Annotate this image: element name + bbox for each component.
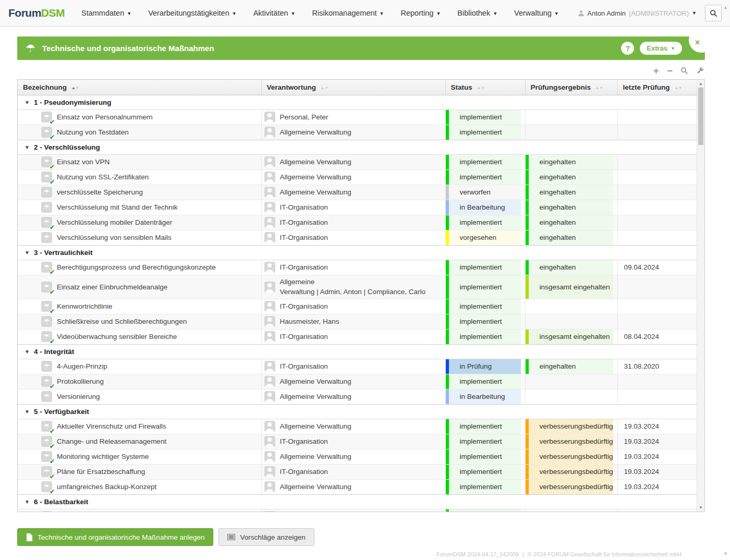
page-scroll-down-icon[interactable]: ▼	[723, 551, 728, 556]
result-cell: verbesserungsbedürftig	[526, 449, 617, 464]
table-row[interactable]: ☂✔ Aktueller Virenschutz und Firewalls A…	[18, 419, 697, 434]
result-cell: eingehalten	[526, 359, 617, 374]
result-label: eingehalten	[540, 362, 576, 370]
sort-asc-icon: ▲	[675, 86, 678, 90]
group-header-row[interactable]: ▼6 - Belastbarkeit	[18, 494, 697, 509]
measure-umbrella-icon: ☂✔	[41, 156, 52, 167]
last-check-date: 19.03.2024	[617, 464, 697, 479]
result-cell: verbesserungsbedürftig	[526, 434, 617, 449]
table-row[interactable]: ☂✔ Pläne für Ersatzbeschaffung IT-Organi…	[18, 464, 697, 479]
measure-name: Videoüberwachung sensibler Bereiche	[57, 333, 177, 340]
column-header-letzte-pruefung[interactable]: letzte Prüfung▲▼	[617, 80, 697, 95]
create-measure-button[interactable]: Technische und organisatorische Maßnahme…	[17, 528, 213, 546]
collapse-group-icon[interactable]: ▼	[25, 349, 30, 355]
show-suggestions-button[interactable]: Vorschläge anzeigen	[218, 528, 314, 546]
person-icon	[264, 331, 275, 342]
collapse-group-icon[interactable]: ▼	[25, 250, 30, 255]
scroll-down-icon[interactable]: ▼	[697, 505, 704, 510]
table-row[interactable]: ☂✔ Monitoring wichtiger Systeme Allgemei…	[18, 449, 697, 464]
collapse-group-icon[interactable]: ▼	[25, 409, 30, 415]
table-row[interactable]: ☂✔ Verschlüsselung mobiler Datenträger I…	[18, 215, 697, 230]
table-scrollbar[interactable]: ▲ ▼	[697, 80, 704, 512]
status-cell: implementiert	[446, 465, 525, 479]
result-cell: eingehalten	[526, 215, 617, 230]
status-label: in Bearbeitung	[460, 393, 505, 400]
table-row[interactable]: ☂✔ Einsatz von VPN Allgemeine Verwaltung…	[18, 154, 697, 169]
menu-risikomanagement[interactable]: Risikomanagement▼	[312, 9, 384, 17]
measures-table: Bezeichnung▲▼ Verantwortung▲▼ Status▲▼ P…	[17, 79, 705, 512]
measure-umbrella-icon: ☂✔	[41, 282, 52, 293]
status-cell: implementiert	[446, 260, 525, 275]
menu-reporting[interactable]: Reporting▼	[401, 9, 441, 17]
table-row[interactable]: ☂✔ Videoüberwachung sensibler Bereiche I…	[18, 329, 697, 344]
menu-aktivitaeten[interactable]: Aktivitäten▼	[253, 9, 296, 17]
measure-umbrella-icon: ☂✔	[41, 127, 52, 138]
group-header-row[interactable]: ▼5 - Verfügbarkeit	[18, 404, 697, 419]
last-check-date	[617, 374, 697, 389]
scroll-up-icon[interactable]: ▲	[697, 81, 704, 86]
table-row[interactable]: ☂✔ Schließkreise und Schließberechtigung…	[18, 314, 697, 329]
status-cell: implementiert	[446, 170, 525, 185]
expand-all-button[interactable]: +	[653, 66, 659, 76]
menu-verwaltung[interactable]: Verwaltung▼	[514, 9, 559, 17]
table-row[interactable]: ☂✔ Einsatz von Personalnummern Personal,…	[18, 109, 697, 125]
help-button[interactable]: ?	[621, 42, 634, 55]
table-row[interactable]: ☂✔ Nutzung von Testdaten Allgemeine Verw…	[18, 125, 697, 140]
group-header-row[interactable]: ▼1 - Pseudonymisierung	[18, 95, 697, 109]
table-search-button[interactable]	[680, 67, 688, 75]
group-header-row[interactable]: ▼3 - Vertraulichkeit	[18, 245, 697, 260]
column-header-verantwortung[interactable]: Verantwortung▲▼	[261, 80, 445, 95]
measure-name: Einsatz von VPN	[57, 158, 110, 166]
table-row[interactable]: ☂✔ Verschlüsselung von sensiblen Mails I…	[18, 230, 697, 245]
person-icon	[264, 481, 275, 492]
person-icon	[264, 217, 275, 228]
extras-button[interactable]: Extras▼	[640, 42, 682, 55]
collapse-group-icon[interactable]: ▼	[25, 144, 30, 150]
column-header-pruefungsergebnis[interactable]: Prüfungsergebnis▲▼	[525, 80, 617, 95]
status-cell: implementiert	[446, 330, 525, 344]
status-label: implementiert	[460, 218, 502, 226]
column-header-bezeichnung[interactable]: Bezeichnung▲▼	[18, 80, 261, 95]
last-check-date	[617, 299, 697, 314]
measure-name: Pläne für Ersatzbeschaffung	[57, 468, 145, 476]
implemented-check-icon: ✔	[50, 269, 55, 276]
copyright: © 2024 FORUM Gesellschaft für Informatio…	[528, 551, 682, 557]
group-header-row[interactable]: ▼2 - Verschlüsselung	[18, 140, 697, 154]
scrollbar-thumb[interactable]	[698, 88, 703, 145]
table-row[interactable]: ☂✔ Protokollierung Allgemeine Verwaltung…	[18, 374, 697, 389]
table-row[interactable]: ☂✔ Kennwortrichtlinie IT-Organisation im…	[18, 299, 697, 314]
measure-name: Monitoring wichtiger Systeme	[57, 453, 149, 460]
measure-umbrella-icon: ☂✔	[41, 202, 52, 213]
person-icon	[264, 421, 275, 432]
collapse-group-icon[interactable]: ▼	[25, 499, 30, 505]
table-row[interactable]: ☂✔ verschlüsselte Speicherung Allgemeine…	[18, 185, 697, 200]
status-label: implementiert	[460, 468, 502, 476]
table-row[interactable]: ☂✔ Change- und Releasemanagement IT-Orga…	[18, 434, 697, 449]
user-role: (ADMINISTRATOR)	[629, 9, 689, 17]
table-row[interactable]: ☂✔ Verschlüsselung mit Stand der Technik…	[18, 200, 697, 215]
menu-stammdaten[interactable]: Stammdaten▼	[81, 9, 131, 17]
chevron-down-icon: ▼	[380, 11, 384, 16]
collapse-group-icon[interactable]: ▼	[25, 100, 30, 105]
table-settings-button[interactable]	[696, 67, 704, 75]
user-icon	[578, 10, 584, 16]
collapse-all-button[interactable]: −	[667, 66, 673, 76]
result-cell: eingehalten	[526, 155, 617, 169]
menu-bibliothek[interactable]: Bibliothek▼	[457, 9, 497, 17]
search-button[interactable]	[705, 5, 722, 21]
table-row[interactable]: ☂✔ Versionierung Allgemeine Verwaltung i…	[18, 389, 697, 404]
table-row[interactable]: ☂✔ Einsatz einer Einbruchmeldeanalge All…	[18, 275, 697, 299]
table-row[interactable]: ☂✔ implementiert	[18, 509, 697, 512]
table-row[interactable]: ☂✔ Nutzung von SSL-Zertifikaten Allgemei…	[18, 169, 697, 185]
table-row[interactable]: ☂✔ Berechtigungsprozess und Berechtigung…	[18, 260, 697, 275]
page-scroll-up-icon[interactable]: ▲	[723, 5, 728, 10]
menu-verarbeitungstaetigkeiten[interactable]: Verarbeitungstätigkeiten▼	[148, 9, 237, 17]
group-header-row[interactable]: ▼4 - Integrität	[18, 344, 697, 359]
panel-header: ☂ Technische und organisatorische Maßnah…	[17, 36, 705, 60]
table-row[interactable]: ☂✔ umfangreiches Backup-Konzept Allgemei…	[18, 479, 697, 494]
column-header-status[interactable]: Status▲▼	[445, 80, 525, 95]
close-button[interactable]: ✕	[689, 36, 705, 53]
user-menu[interactable]: Anton Admin (ADMINISTRATOR) ▼	[578, 9, 697, 17]
app-logo[interactable]: ForumDSM	[8, 7, 65, 19]
table-row[interactable]: ☂✔ 4-Augen-Prinzip IT-Organisation in Pr…	[18, 359, 697, 374]
